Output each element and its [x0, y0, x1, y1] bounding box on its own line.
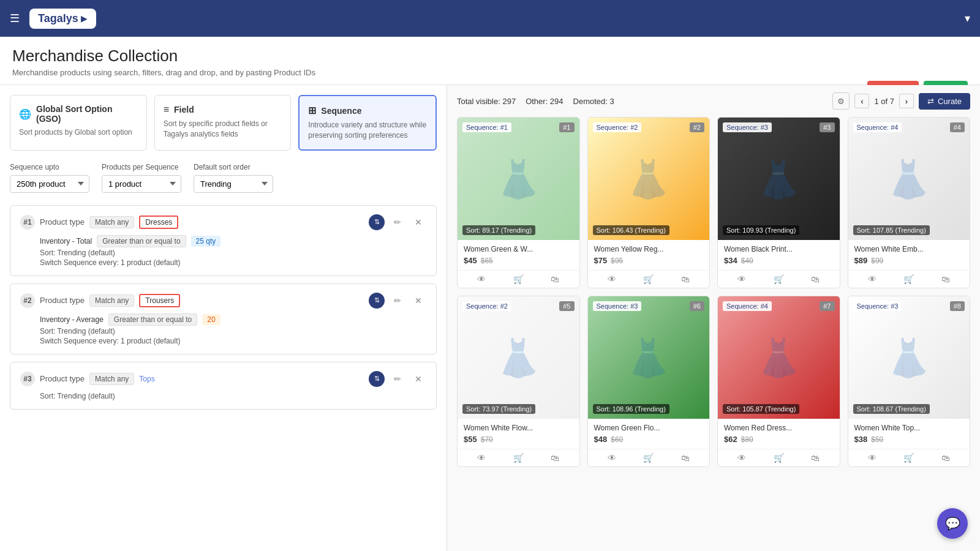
- field-title: Field: [174, 105, 194, 114]
- settings-button[interactable]: ⚙: [832, 92, 850, 110]
- sequence-rule-1: #1 Product type Match any Dresses ⇅ ✏ ✕ …: [10, 205, 437, 276]
- product-old-price-5: $70: [481, 435, 493, 444]
- product-actions-4: 👁 🛒 🛍: [848, 270, 970, 288]
- product-view-btn-6[interactable]: 👁: [608, 453, 616, 463]
- product-image-5: Sequence: #2 #5 Sort: 73.97 (Trending) 👗: [458, 296, 579, 419]
- default-sort-order-select[interactable]: Trending: [194, 175, 273, 193]
- product-name-3: Women Black Print...: [724, 245, 834, 253]
- sort-card-sequence[interactable]: ⊞ Sequence Introduce variety and structu…: [298, 95, 437, 151]
- product-price-1: $45: [464, 256, 477, 265]
- curate-button[interactable]: ⇄ Curate: [919, 93, 970, 110]
- product-image-8: Sequence: #3 #8 Sort: 108.67 (Trending) …: [848, 296, 970, 419]
- rule-value-1: Dresses: [139, 216, 178, 229]
- sort-card-gso[interactable]: 🌐 Global Sort Option (GSO) Sort products…: [10, 95, 147, 151]
- product-name-4: Women White Emb...: [854, 245, 964, 253]
- product-prices-8: $38 $50: [854, 435, 964, 444]
- product-add-btn-8[interactable]: 🛍: [941, 453, 950, 463]
- rule-sort-info-1: Sort: Trending (default): [40, 249, 426, 257]
- product-cart-btn-8[interactable]: 🛒: [903, 453, 914, 463]
- left-panel: 🌐 Global Sort Option (GSO) Sort products…: [0, 85, 447, 551]
- product-add-btn-7[interactable]: 🛍: [811, 453, 820, 463]
- rule-delete-btn-1[interactable]: ✕: [410, 214, 426, 230]
- products-per-sequence-group: Products per Sequence 1 product: [102, 163, 181, 193]
- product-view-btn-7[interactable]: 👁: [737, 453, 746, 463]
- rule-match-1: Match any: [89, 216, 134, 228]
- products-per-sequence-select[interactable]: 1 product: [102, 175, 181, 193]
- rule-number-3: #3: [20, 372, 35, 386]
- page-next-button[interactable]: ›: [899, 94, 914, 108]
- product-image-1: Sequence: #1 #1 Sort: 89.17 (Trending) 👗: [458, 118, 579, 240]
- rule-edit-btn-3[interactable]: ✏: [390, 371, 405, 387]
- rule-value-3: Tops: [139, 375, 154, 383]
- rule-sort-btn-3[interactable]: ⇅: [369, 371, 385, 387]
- pagination: ⚙ ‹ 1 of 7 › ⇄ Curate: [832, 92, 970, 110]
- total-visible: Total visible: 297: [457, 97, 516, 106]
- rule-condition-1: Greater than or equal to: [97, 235, 186, 247]
- product-cart-btn-1[interactable]: 🛒: [513, 274, 524, 284]
- field-desc: Sort by specific product fields or Tagal…: [164, 119, 282, 140]
- product-cart-btn-7[interactable]: 🛒: [774, 453, 784, 463]
- top-bar: ☰ Tagalys ▶ ▾: [0, 0, 980, 37]
- rule-delete-btn-2[interactable]: ✕: [410, 293, 426, 309]
- rule-edit-btn-1[interactable]: ✏: [390, 214, 405, 230]
- product-name-8: Women White Top...: [854, 424, 964, 432]
- sequence-title: Sequence: [321, 106, 361, 116]
- page-info: 1 of 7: [874, 97, 894, 106]
- rule-qty-1: 25 qty: [191, 236, 221, 247]
- product-price-2: $75: [594, 256, 608, 265]
- product-prices-7: $62 $80: [724, 435, 834, 444]
- product-actions-1: 👁 🛒 🛍: [458, 270, 579, 288]
- hamburger-icon[interactable]: ☰: [10, 12, 20, 25]
- product-add-btn-1[interactable]: 🛍: [551, 274, 559, 284]
- sort-card-field[interactable]: ≡ Field Sort by specific product fields …: [154, 95, 292, 151]
- product-cart-btn-4[interactable]: 🛒: [903, 274, 914, 284]
- page-prev-button[interactable]: ‹: [854, 94, 869, 108]
- product-prices-4: $89 $99: [854, 256, 964, 265]
- product-cart-btn-3[interactable]: 🛒: [774, 274, 784, 284]
- dropdown-arrow-icon[interactable]: ▾: [965, 12, 970, 25]
- product-num-badge-8: #8: [950, 301, 965, 311]
- gso-desc: Sort products by Global sort option: [19, 127, 138, 138]
- product-image-2: Sequence: #2 #2 Sort: 106.43 (Trending) …: [588, 118, 710, 240]
- product-name-6: Women Green Flo...: [594, 424, 704, 432]
- product-num-badge-1: #1: [559, 122, 574, 132]
- product-add-btn-5[interactable]: 🛍: [551, 453, 559, 463]
- rule-edit-btn-2[interactable]: ✏: [390, 293, 405, 309]
- product-view-btn-8[interactable]: 👁: [868, 453, 876, 463]
- chat-bubble[interactable]: 💬: [937, 508, 968, 539]
- product-add-btn-3[interactable]: 🛍: [811, 274, 820, 284]
- product-info-2: Women Yellow Reg... $75 $95: [588, 240, 710, 270]
- page-title: Merchandise Collection: [12, 47, 968, 66]
- rule-inventory-2: Inventory - Average: [40, 315, 104, 324]
- product-view-btn-3[interactable]: 👁: [737, 274, 746, 284]
- product-cart-btn-6[interactable]: 🛒: [643, 453, 654, 463]
- product-figure-6: 👗: [625, 336, 671, 380]
- product-info-7: Women Red Dress... $62 $80: [718, 419, 840, 449]
- product-grid: Sequence: #1 #1 Sort: 89.17 (Trending) 👗…: [457, 117, 970, 467]
- other-count: Other: 294: [526, 97, 563, 106]
- product-add-btn-2[interactable]: 🛍: [681, 274, 690, 284]
- products-per-sequence-label: Products per Sequence: [102, 163, 181, 171]
- product-add-btn-6[interactable]: 🛍: [681, 453, 690, 463]
- product-card-4: Sequence: #4 #4 Sort: 107.85 (Trending) …: [848, 117, 971, 288]
- product-view-btn-4[interactable]: 👁: [868, 274, 876, 284]
- product-name-5: Women White Flow...: [464, 424, 573, 432]
- product-figure-1: 👗: [496, 157, 541, 201]
- product-num-badge-5: #5: [559, 301, 574, 311]
- product-sort-badge-5: Sort: 73.97 (Trending): [462, 404, 535, 414]
- product-cart-btn-2[interactable]: 🛒: [643, 274, 654, 284]
- rule-sort-btn-2[interactable]: ⇅: [369, 293, 385, 309]
- product-view-btn-5[interactable]: 👁: [477, 453, 486, 463]
- product-add-btn-4[interactable]: 🛍: [941, 274, 950, 284]
- rule-delete-btn-3[interactable]: ✕: [410, 371, 426, 387]
- rule-sort-info-2: Sort: Trending (default): [40, 327, 426, 335]
- product-view-btn-1[interactable]: 👁: [477, 274, 486, 284]
- product-old-price-6: $60: [611, 435, 623, 444]
- rule-number-1: #1: [20, 215, 35, 230]
- rule-sort-btn-1[interactable]: ⇅: [369, 214, 385, 230]
- product-view-btn-2[interactable]: 👁: [608, 274, 616, 284]
- logo[interactable]: Tagalys ▶: [29, 9, 96, 29]
- sequence-upto-select[interactable]: 250th product: [10, 175, 89, 193]
- product-cart-btn-5[interactable]: 🛒: [513, 453, 524, 463]
- sequence-rule-3: #3 Product type Match any Tops ⇅ ✏ ✕ Sor…: [10, 362, 437, 410]
